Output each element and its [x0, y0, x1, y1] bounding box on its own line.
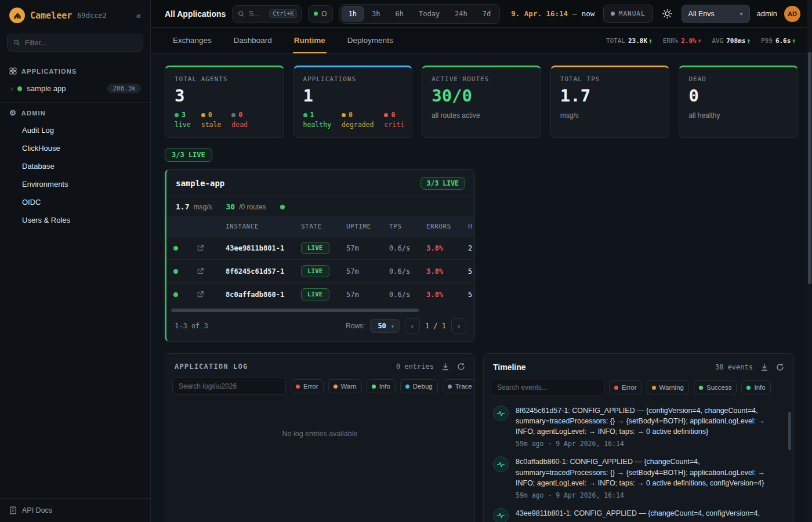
- filter-input[interactable]: [25, 39, 137, 47]
- download-icon[interactable]: [441, 362, 449, 371]
- refresh-icon[interactable]: [457, 362, 465, 371]
- api-docs-label: API Docs: [22, 506, 52, 514]
- timeline-scrollbar-thumb[interactable]: [788, 412, 791, 450]
- table-row[interactable]: 8c0affadb860-1 LIVE 57m 0.6/s 3.8% 5: [166, 282, 474, 306]
- range-6h[interactable]: 6h: [389, 6, 411, 21]
- substat-critical: 0 criti: [384, 110, 404, 130]
- timeline-event[interactable]: 43ee9811b801-1: CONFIG_APPLIED — {change…: [493, 508, 783, 522]
- stat-cards-row: TOTAL AGENTS 3 3 live 0 stale 0 dead: [165, 66, 798, 138]
- page-scrollbar-thumb[interactable]: [808, 52, 811, 284]
- instance-status-dot: [173, 246, 178, 251]
- topbar: All Applications S… Ctrl+K O 1h 3h 6h To…: [151, 0, 812, 28]
- avatar[interactable]: AD: [784, 6, 800, 22]
- range-7d[interactable]: 7d: [476, 6, 498, 21]
- rows-per-page-select[interactable]: 50 ▾: [370, 319, 399, 333]
- warn-dot: [334, 385, 338, 389]
- timeline-filter-warning[interactable]: Warning: [647, 380, 689, 394]
- sidebar-item-clickhouse[interactable]: ClickHouse: [0, 139, 150, 157]
- substat-stale: 0 stale: [201, 110, 222, 130]
- log-filter-error[interactable]: Error: [291, 379, 324, 393]
- app-card-title: sample-app: [176, 179, 224, 188]
- stat-card-active-routes: ACTIVE ROUTES 30/0 all routes active: [422, 66, 541, 138]
- log-entry-count: 0 entries: [396, 362, 434, 371]
- range-3h[interactable]: 3h: [365, 6, 387, 21]
- global-search[interactable]: S… Ctrl+K: [232, 5, 302, 23]
- download-icon[interactable]: [760, 363, 768, 371]
- time-window[interactable]: 9. Apr. 16:14 — now: [511, 9, 594, 18]
- log-filter-trace[interactable]: Trace: [443, 379, 475, 393]
- table-row[interactable]: 43ee9811b801-1 LIVE 57m 0.6/s 3.8% 2: [166, 236, 474, 259]
- api-docs-link[interactable]: API Docs: [0, 498, 150, 522]
- connection-status-pill[interactable]: O: [308, 5, 332, 23]
- degraded-dot: [342, 113, 346, 117]
- refresh-mode-button[interactable]: MANUAL: [603, 5, 653, 23]
- app-health-dot: [280, 205, 285, 209]
- trend-up-icon: ↑: [746, 37, 751, 45]
- gear-icon: ⚙: [9, 109, 17, 117]
- routes-value: 30: [226, 202, 235, 211]
- live-summary-badge: 3/3 LIVE: [165, 148, 212, 162]
- range-24h[interactable]: 24h: [448, 6, 474, 21]
- timeline-search-input[interactable]: [491, 379, 604, 396]
- timeline-event[interactable]: 8c0affadb860-1: CONFIG_APPLIED — {change…: [493, 456, 783, 499]
- row-range-label: 1-3 of 3: [175, 322, 208, 330]
- timeline-controls: Error Warning Success Info: [484, 379, 793, 403]
- sidebar-item-database[interactable]: Database: [0, 157, 150, 175]
- stat-card-total-tps: TOTAL TPS 1.7 msg/s: [550, 66, 670, 138]
- page-scrollbar[interactable]: [807, 0, 812, 522]
- timeline-filter-success[interactable]: Success: [694, 380, 737, 394]
- stat-err: ERR%2.0%↑: [663, 37, 702, 45]
- sidebar-item-audit-log[interactable]: Audit Log: [0, 121, 150, 139]
- app-card-meta: 1.7 msg/s 30 /0 routes: [166, 197, 474, 216]
- external-link-icon[interactable]: [197, 291, 204, 298]
- tab-exchanges[interactable]: Exchanges: [172, 28, 213, 53]
- scrollbar-thumb[interactable]: [171, 309, 419, 312]
- chevron-right-icon[interactable]: ›: [10, 84, 13, 93]
- sidebar-item-environments[interactable]: Environments: [0, 175, 150, 193]
- sidebar-item-users-roles[interactable]: Users & Roles: [0, 211, 150, 229]
- instance-status-dot: [173, 292, 178, 297]
- sidebar-collapse-button[interactable]: «: [136, 10, 141, 20]
- search-icon: [13, 39, 20, 46]
- stat-p99: P996.6s↑: [761, 37, 796, 45]
- log-filter-debug[interactable]: Debug: [400, 379, 438, 393]
- time-separator: —: [572, 9, 577, 18]
- sidebar-item-sample-app[interactable]: › sample app 208.3k: [0, 79, 150, 97]
- refresh-icon[interactable]: [776, 363, 784, 371]
- timeline-event[interactable]: 8f6245c61d57-1: CONFIG_APPLIED — {config…: [493, 405, 783, 448]
- env-select[interactable]: All Envs ▾: [682, 5, 750, 23]
- log-search-input[interactable]: [172, 378, 286, 395]
- timeline-filter-info[interactable]: Info: [741, 380, 770, 394]
- range-today[interactable]: Today: [412, 6, 447, 21]
- filter-field[interactable]: [7, 34, 143, 52]
- log-filter-info[interactable]: Info: [367, 379, 396, 393]
- main-area: All Applications S… Ctrl+K O 1h 3h 6h To…: [151, 0, 812, 522]
- online-dot: [314, 12, 318, 16]
- range-1h[interactable]: 1h: [342, 6, 364, 21]
- tab-runtime[interactable]: Runtime: [293, 28, 327, 53]
- sidebar-item-oidc[interactable]: OIDC: [0, 193, 150, 211]
- timeline-title: Timeline: [493, 362, 526, 372]
- timeline-filter-error[interactable]: Error: [609, 380, 642, 394]
- activity-icon: [493, 456, 509, 472]
- stat-card-total-agents: TOTAL AGENTS 3 3 live 0 stale 0 dead: [165, 66, 284, 138]
- log-empty-state: No log entries available: [165, 402, 474, 466]
- table-row[interactable]: 8f6245c61d57-1 LIVE 57m 0.6/s 3.8% 5: [166, 259, 474, 282]
- tps-unit: msg/s: [193, 203, 212, 211]
- log-filter-warn[interactable]: Warn: [328, 379, 362, 393]
- external-link-icon[interactable]: [197, 267, 204, 275]
- prev-page-button[interactable]: ‹: [405, 318, 420, 334]
- state-badge: LIVE: [301, 288, 329, 300]
- trend-up-icon: ↑: [698, 37, 702, 45]
- refresh-mode-label: MANUAL: [619, 10, 646, 17]
- tab-deployments[interactable]: Deployments: [346, 28, 394, 53]
- tab-dashboard[interactable]: Dashboard: [233, 28, 273, 53]
- theme-toggle-button[interactable]: [660, 6, 675, 21]
- admin-section-header: ⚙ ADMIN: [0, 102, 150, 121]
- external-link-icon[interactable]: [197, 244, 204, 252]
- activity-icon: [493, 405, 509, 421]
- bottom-panels: APPLICATION LOG 0 entries Error Warn Inf…: [165, 353, 798, 522]
- stale-dot: [201, 113, 205, 117]
- next-page-button[interactable]: ›: [451, 318, 466, 334]
- stat-avg: AVG708ms↑: [712, 37, 751, 45]
